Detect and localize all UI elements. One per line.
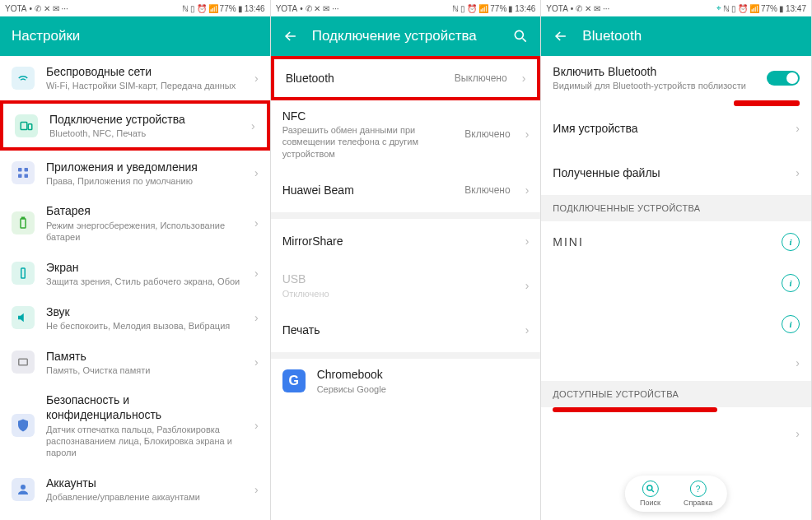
carrier-label: YOTA	[5, 4, 26, 13]
row-huawei-beam[interactable]: Huawei Beam Включено ›	[271, 168, 541, 212]
svg-rect-0	[21, 122, 27, 129]
info-icon[interactable]: i	[782, 233, 800, 251]
devices-icon	[15, 114, 38, 137]
row-value: Включено	[464, 128, 510, 140]
row-apps[interactable]: Приложения и уведомления Права, Приложен…	[0, 151, 270, 195]
dot-icon: •	[300, 4, 303, 13]
row-display[interactable]: Экран Защита зрения, Стиль рабочего экра…	[0, 251, 270, 295]
device-item[interactable]: i	[541, 262, 811, 304]
back-button[interactable]	[553, 28, 569, 44]
row-title: USB	[282, 272, 514, 286]
row-storage[interactable]: Память Память, Очистка памяти ›	[0, 340, 270, 384]
chevron-right-icon: ›	[254, 355, 259, 369]
storage-icon	[12, 351, 35, 374]
status-bar: YOTA • ✆ ✕ ✉ ··· ⌖ ℕ ▯ ⏰ 📶 77% ▮ 13:47	[541, 0, 811, 16]
row-title: MirrorShare	[282, 234, 514, 248]
row-device-name[interactable]: Имя устройства ›	[541, 106, 811, 151]
device-item[interactable]: MINI i	[541, 221, 811, 262]
row-received-files[interactable]: Полученные файлы ›	[541, 151, 811, 195]
fab-search[interactable]: Поиск	[640, 481, 660, 507]
row-accounts[interactable]: Аккаунты Добавление/управление аккаунтам…	[0, 467, 270, 512]
battery-icon: ▮	[779, 4, 784, 13]
row-title: Память	[46, 349, 243, 364]
search-button[interactable]	[512, 28, 529, 44]
row-title: Имя устройства	[553, 121, 784, 136]
fab-bar: Поиск ? Справка	[625, 476, 727, 512]
row-sub: Не беспокоить, Мелодия вызова, Вибрация	[46, 320, 243, 332]
more-icon: ···	[62, 4, 68, 13]
battery-icon: ▮	[238, 4, 243, 13]
device-item[interactable]: ›	[541, 416, 811, 452]
chevron-right-icon: ›	[254, 483, 259, 496]
row-sub: Права, Приложения по умолчанию	[46, 175, 243, 187]
row-wireless[interactable]: Беспроводные сети Wi-Fi, Настройки SIM-к…	[0, 56, 270, 100]
row-sub: Защита зрения, Стиль рабочего экрана, Об…	[46, 276, 243, 287]
section-connected: ПОДКЛЮЧЕННЫЕ УСТРОЙСТВА	[541, 195, 811, 221]
device-item[interactable]: ›	[541, 345, 811, 381]
row-title: Включить Bluetooth	[553, 64, 755, 79]
row-security[interactable]: Безопасность и конфиденциальность Датчик…	[0, 384, 270, 467]
info-icon[interactable]: i	[782, 315, 800, 333]
row-sound[interactable]: Звук Не беспокоить, Мелодия вызова, Вибр…	[0, 295, 270, 340]
row-nfc[interactable]: NFC Разрешить обмен данными при совмещен…	[271, 100, 541, 168]
row-enable-bluetooth[interactable]: Включить Bluetooth Видимый для Bluetooth…	[541, 56, 811, 100]
svg-rect-4	[18, 174, 22, 179]
alarm-icon: ⏰	[197, 4, 207, 13]
row-value: Включено	[464, 184, 510, 196]
chromebook-icon: G	[282, 369, 306, 392]
section-gap	[271, 212, 541, 219]
chevron-right-icon: ›	[254, 267, 259, 280]
chevron-right-icon: ›	[254, 419, 259, 432]
row-sub: Видимый для Bluetooth-устройств поблизос…	[553, 80, 755, 91]
row-sub: Память, Очистка памяти	[46, 364, 243, 376]
svg-rect-8	[21, 268, 26, 278]
row-title: Экран	[46, 260, 243, 275]
row-title: Полученные файлы	[553, 165, 784, 180]
row-print[interactable]: Печать ›	[271, 308, 541, 352]
back-button[interactable]	[282, 28, 299, 44]
row-value: Выключено	[455, 72, 507, 84]
signal-icon: 📶	[749, 4, 759, 13]
bluetooth-status-icon: ⌖	[716, 3, 721, 13]
svg-rect-3	[25, 168, 29, 172]
chevron-right-icon: ›	[525, 234, 530, 248]
chevron-right-icon: ›	[254, 311, 259, 324]
status-icons-left: ✆ ✕ ✉	[35, 4, 59, 13]
status-icons-left: ✆ ✕ ✉	[306, 4, 330, 13]
row-mirrorshare[interactable]: MirrorShare ›	[271, 219, 541, 263]
row-title: Chromebook	[317, 367, 530, 382]
row-device-connection[interactable]: Подключение устройства Bluetooth, NFC, П…	[0, 100, 270, 151]
nfc-icon: ℕ	[452, 4, 459, 13]
section-available: ДОСТУПНЫЕ УСТРОЙСТВА	[541, 381, 811, 407]
bluetooth-content: Включить Bluetooth Видимый для Bluetooth…	[541, 56, 811, 520]
device-name: MINI	[553, 235, 584, 248]
battery-icon	[12, 211, 35, 234]
chevron-right-icon: ›	[796, 356, 800, 369]
chevron-right-icon: ›	[796, 427, 800, 440]
highlight-underline	[734, 100, 800, 106]
row-title: Батарея	[46, 203, 243, 218]
row-sub: Отключено	[282, 288, 514, 299]
chevron-right-icon: ›	[796, 122, 800, 135]
page-title: Подключение устройства	[312, 28, 500, 44]
row-chromebook[interactable]: G Chromebook Сервисы Google	[271, 359, 541, 403]
page-title: Настройки	[12, 28, 259, 44]
battery-pct: 77%	[220, 4, 236, 13]
svg-point-11	[516, 30, 524, 39]
info-icon[interactable]: i	[782, 274, 800, 292]
toggle-switch[interactable]	[767, 71, 800, 86]
dot-icon: •	[571, 4, 574, 13]
help-icon: ?	[690, 481, 707, 497]
row-title: Безопасность и конфиденциальность	[46, 392, 243, 422]
row-battery[interactable]: Батарея Режим энергосбережения, Использо…	[0, 195, 270, 251]
dot-icon: •	[29, 4, 32, 13]
alarm-icon: ⏰	[738, 4, 748, 13]
chevron-right-icon: ›	[525, 128, 530, 141]
row-bluetooth[interactable]: Bluetooth Выключено ›	[271, 56, 541, 100]
device-item[interactable]: i	[541, 304, 811, 345]
fab-help[interactable]: ? Справка	[684, 481, 712, 507]
row-title: NFC	[282, 109, 454, 123]
shield-icon	[12, 414, 35, 437]
alarm-icon: ⏰	[467, 4, 477, 13]
fab-label: Справка	[684, 499, 712, 507]
